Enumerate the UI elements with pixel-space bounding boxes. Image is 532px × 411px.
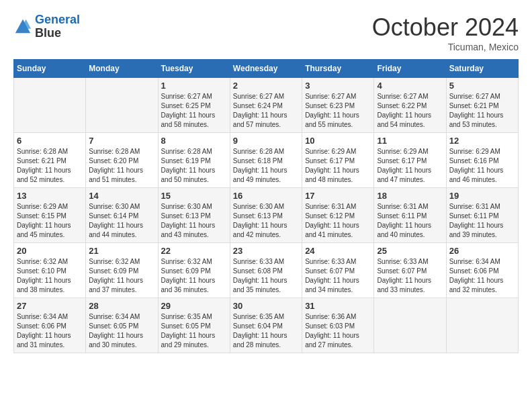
calendar-cell: 15Sunrise: 6:30 AM Sunset: 6:13 PM Dayli…: [158, 188, 230, 243]
calendar-cell: 14Sunrise: 6:30 AM Sunset: 6:14 PM Dayli…: [86, 188, 158, 243]
month-title: October 2024: [372, 13, 519, 42]
weekday-row: SundayMondayTuesdayWednesdayThursdayFrid…: [14, 60, 519, 78]
calendar-table: SundayMondayTuesdayWednesdayThursdayFrid…: [13, 59, 519, 353]
day-info: Sunrise: 6:27 AM Sunset: 6:23 PM Dayligh…: [305, 92, 371, 130]
day-info: Sunrise: 6:35 AM Sunset: 6:05 PM Dayligh…: [161, 312, 227, 350]
day-info: Sunrise: 6:33 AM Sunset: 6:07 PM Dayligh…: [305, 257, 371, 295]
calendar-cell: 5Sunrise: 6:27 AM Sunset: 6:21 PM Daylig…: [446, 78, 518, 133]
title-block: October 2024 Ticuman, Mexico: [372, 13, 519, 52]
day-number: 22: [161, 246, 227, 256]
weekday-header-tuesday: Tuesday: [158, 60, 230, 78]
day-number: 9: [233, 136, 299, 146]
day-info: Sunrise: 6:33 AM Sunset: 6:07 PM Dayligh…: [377, 257, 443, 295]
day-info: Sunrise: 6:34 AM Sunset: 6:05 PM Dayligh…: [89, 312, 154, 350]
calendar-cell: 17Sunrise: 6:31 AM Sunset: 6:12 PM Dayli…: [302, 188, 374, 243]
calendar-header: SundayMondayTuesdayWednesdayThursdayFrid…: [14, 60, 519, 78]
calendar-cell: 30Sunrise: 6:35 AM Sunset: 6:04 PM Dayli…: [230, 298, 302, 353]
calendar-week-4: 20Sunrise: 6:32 AM Sunset: 6:10 PM Dayli…: [14, 243, 519, 298]
logo: General Blue: [13, 13, 80, 40]
day-info: Sunrise: 6:29 AM Sunset: 6:17 PM Dayligh…: [305, 147, 371, 185]
calendar-cell: 26Sunrise: 6:34 AM Sunset: 6:06 PM Dayli…: [446, 243, 518, 298]
day-info: Sunrise: 6:36 AM Sunset: 6:03 PM Dayligh…: [305, 312, 371, 350]
day-number: 12: [449, 136, 515, 146]
calendar-cell: 6Sunrise: 6:28 AM Sunset: 6:21 PM Daylig…: [14, 133, 86, 188]
calendar-cell: 22Sunrise: 6:32 AM Sunset: 6:09 PM Dayli…: [158, 243, 230, 298]
day-number: 27: [17, 301, 83, 311]
day-info: Sunrise: 6:33 AM Sunset: 6:08 PM Dayligh…: [233, 257, 299, 295]
calendar-cell: 3Sunrise: 6:27 AM Sunset: 6:23 PM Daylig…: [302, 78, 374, 133]
day-number: 26: [449, 246, 515, 256]
calendar-cell: 28Sunrise: 6:34 AM Sunset: 6:05 PM Dayli…: [86, 298, 158, 353]
day-number: 31: [305, 301, 371, 311]
calendar-cell: 20Sunrise: 6:32 AM Sunset: 6:10 PM Dayli…: [14, 243, 86, 298]
location: Ticuman, Mexico: [372, 42, 519, 52]
day-info: Sunrise: 6:31 AM Sunset: 6:11 PM Dayligh…: [377, 202, 443, 240]
day-number: 8: [161, 136, 227, 146]
weekday-header-sunday: Sunday: [14, 60, 86, 78]
day-info: Sunrise: 6:29 AM Sunset: 6:15 PM Dayligh…: [17, 202, 83, 240]
weekday-header-saturday: Saturday: [446, 60, 518, 78]
calendar-body: 1Sunrise: 6:27 AM Sunset: 6:25 PM Daylig…: [14, 78, 519, 353]
calendar-cell: 11Sunrise: 6:29 AM Sunset: 6:17 PM Dayli…: [374, 133, 446, 188]
calendar-cell: 21Sunrise: 6:32 AM Sunset: 6:09 PM Dayli…: [86, 243, 158, 298]
calendar-cell: 13Sunrise: 6:29 AM Sunset: 6:15 PM Dayli…: [14, 188, 86, 243]
day-info: Sunrise: 6:30 AM Sunset: 6:13 PM Dayligh…: [161, 202, 227, 240]
logo-text: General Blue: [35, 13, 80, 40]
day-number: 17: [305, 191, 371, 201]
calendar-cell: 29Sunrise: 6:35 AM Sunset: 6:05 PM Dayli…: [158, 298, 230, 353]
calendar-cell: 9Sunrise: 6:28 AM Sunset: 6:18 PM Daylig…: [230, 133, 302, 188]
calendar-cell: 31Sunrise: 6:36 AM Sunset: 6:03 PM Dayli…: [302, 298, 374, 353]
day-info: Sunrise: 6:27 AM Sunset: 6:21 PM Dayligh…: [449, 92, 515, 130]
day-number: 5: [449, 81, 515, 91]
day-info: Sunrise: 6:31 AM Sunset: 6:12 PM Dayligh…: [305, 202, 371, 240]
logo-line2: Blue: [35, 27, 80, 40]
calendar-cell: [446, 298, 518, 353]
logo-icon: [13, 17, 32, 36]
calendar-cell: 27Sunrise: 6:34 AM Sunset: 6:06 PM Dayli…: [14, 298, 86, 353]
day-info: Sunrise: 6:34 AM Sunset: 6:06 PM Dayligh…: [449, 257, 515, 295]
day-number: 18: [377, 191, 443, 201]
day-number: 19: [449, 191, 515, 201]
weekday-header-friday: Friday: [374, 60, 446, 78]
calendar-week-3: 13Sunrise: 6:29 AM Sunset: 6:15 PM Dayli…: [14, 188, 519, 243]
calendar-cell: [86, 78, 158, 133]
day-number: 1: [161, 81, 227, 91]
day-info: Sunrise: 6:32 AM Sunset: 6:09 PM Dayligh…: [89, 257, 154, 295]
calendar-week-1: 1Sunrise: 6:27 AM Sunset: 6:25 PM Daylig…: [14, 78, 519, 133]
day-number: 6: [17, 136, 83, 146]
calendar-cell: 8Sunrise: 6:28 AM Sunset: 6:19 PM Daylig…: [158, 133, 230, 188]
day-info: Sunrise: 6:30 AM Sunset: 6:14 PM Dayligh…: [89, 202, 154, 240]
calendar-week-2: 6Sunrise: 6:28 AM Sunset: 6:21 PM Daylig…: [14, 133, 519, 188]
calendar-cell: 1Sunrise: 6:27 AM Sunset: 6:25 PM Daylig…: [158, 78, 230, 133]
page-header: General Blue October 2024 Ticuman, Mexic…: [13, 13, 519, 52]
day-number: 2: [233, 81, 299, 91]
day-number: 7: [89, 136, 154, 146]
day-number: 16: [233, 191, 299, 201]
day-number: 11: [377, 136, 443, 146]
calendar-cell: 10Sunrise: 6:29 AM Sunset: 6:17 PM Dayli…: [302, 133, 374, 188]
day-number: 3: [305, 81, 371, 91]
day-info: Sunrise: 6:29 AM Sunset: 6:17 PM Dayligh…: [377, 147, 443, 185]
calendar-cell: 2Sunrise: 6:27 AM Sunset: 6:24 PM Daylig…: [230, 78, 302, 133]
day-number: 4: [377, 81, 443, 91]
calendar-cell: [14, 78, 86, 133]
day-number: 13: [17, 191, 83, 201]
day-number: 29: [161, 301, 227, 311]
day-number: 21: [89, 246, 154, 256]
day-info: Sunrise: 6:30 AM Sunset: 6:13 PM Dayligh…: [233, 202, 299, 240]
day-info: Sunrise: 6:35 AM Sunset: 6:04 PM Dayligh…: [233, 312, 299, 350]
weekday-header-thursday: Thursday: [302, 60, 374, 78]
day-info: Sunrise: 6:32 AM Sunset: 6:09 PM Dayligh…: [161, 257, 227, 295]
day-info: Sunrise: 6:29 AM Sunset: 6:16 PM Dayligh…: [449, 147, 515, 185]
logo-line1: General: [35, 13, 80, 26]
day-number: 25: [377, 246, 443, 256]
calendar-cell: 4Sunrise: 6:27 AM Sunset: 6:22 PM Daylig…: [374, 78, 446, 133]
weekday-header-wednesday: Wednesday: [230, 60, 302, 78]
day-info: Sunrise: 6:28 AM Sunset: 6:18 PM Dayligh…: [233, 147, 299, 185]
day-number: 23: [233, 246, 299, 256]
calendar-cell: 16Sunrise: 6:30 AM Sunset: 6:13 PM Dayli…: [230, 188, 302, 243]
calendar-cell: 19Sunrise: 6:31 AM Sunset: 6:11 PM Dayli…: [446, 188, 518, 243]
day-info: Sunrise: 6:27 AM Sunset: 6:22 PM Dayligh…: [377, 92, 443, 130]
calendar-cell: 23Sunrise: 6:33 AM Sunset: 6:08 PM Dayli…: [230, 243, 302, 298]
day-info: Sunrise: 6:32 AM Sunset: 6:10 PM Dayligh…: [17, 257, 83, 295]
